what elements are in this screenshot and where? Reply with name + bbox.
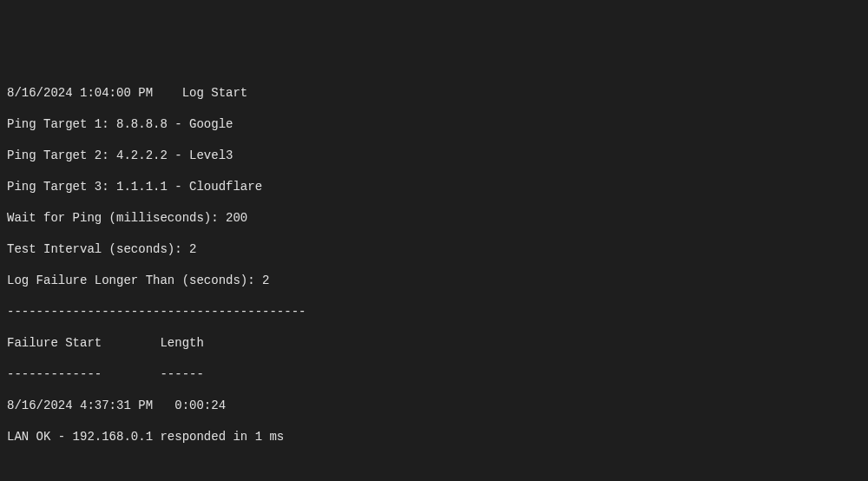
wait-for-ping: Wait for Ping (milliseconds): 200	[7, 210, 861, 226]
failure-entry-time: 8/16/2024 4:37:31 PM 0:00:24	[7, 398, 861, 413]
log-failure-threshold: Log Failure Longer Than (seconds): 2	[7, 273, 861, 288]
log-start-line: 8/16/2024 1:04:00 PM Log Start	[7, 85, 861, 101]
test-interval: Test Interval (seconds): 2	[7, 241, 861, 257]
column-underline: ------------- ------	[7, 366, 861, 382]
blank-line	[7, 460, 861, 476]
column-header: Failure Start Length	[7, 335, 861, 351]
ping-target-2: Ping Target 2: 4.2.2.2 - Level3	[7, 148, 861, 163]
log-output: 8/16/2024 1:04:00 PM Log Start Ping Targ…	[7, 69, 861, 481]
separator-line: ----------------------------------------…	[7, 304, 861, 320]
ping-target-3: Ping Target 3: 1.1.1.1 - Cloudflare	[7, 179, 861, 194]
failure-entry-lan: LAN OK - 192.168.0.1 responded in 1 ms	[7, 429, 861, 445]
ping-target-1: Ping Target 1: 8.8.8.8 - Google	[7, 116, 861, 132]
